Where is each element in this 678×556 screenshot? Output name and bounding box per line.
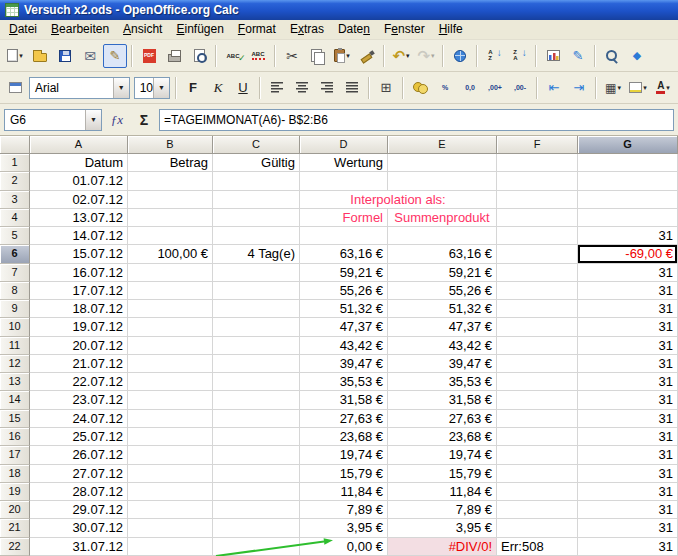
borders-dropdown-arrow[interactable]: ▾: [617, 84, 621, 92]
menu-item-fenster[interactable]: Fenster: [377, 20, 432, 39]
cell-D8[interactable]: 55,26 €: [300, 282, 388, 300]
font-color-dropdown-arrow[interactable]: ▾: [666, 84, 670, 92]
cell-G19[interactable]: 31: [578, 483, 678, 501]
column-header-C[interactable]: C: [213, 136, 300, 154]
cell-E15[interactable]: 27,63 €: [388, 410, 497, 428]
cell-C9[interactable]: [213, 300, 300, 318]
row-header-9[interactable]: 9: [0, 300, 30, 318]
cell-A5[interactable]: 14.07.12: [30, 227, 128, 245]
cell-D14[interactable]: 31,58 €: [300, 391, 388, 409]
save-button[interactable]: [53, 44, 77, 68]
font-name-dropdown-arrow[interactable]: ▼: [113, 78, 129, 98]
align-center-button[interactable]: [290, 76, 314, 100]
cell-C20[interactable]: [213, 501, 300, 519]
cell-E9[interactable]: 51,32 €: [388, 300, 497, 318]
cell-C13[interactable]: [213, 373, 300, 391]
cell-F21[interactable]: [497, 519, 578, 537]
cell-B14[interactable]: [128, 391, 213, 409]
auto-spellcheck-button[interactable]: ABC: [246, 44, 270, 68]
open-button[interactable]: [28, 44, 52, 68]
print-button[interactable]: [162, 44, 186, 68]
cell-E6[interactable]: 63,16 €: [388, 245, 497, 263]
cut-button[interactable]: ✂: [280, 44, 304, 68]
sum-button[interactable]: Σ: [132, 108, 156, 132]
cell-D2[interactable]: [300, 172, 388, 190]
menu-item-daten[interactable]: Daten: [331, 20, 377, 39]
cell-E10[interactable]: 47,37 €: [388, 318, 497, 336]
cell-F4[interactable]: [497, 209, 578, 227]
cell-E2[interactable]: [388, 172, 497, 190]
insert-chart-button[interactable]: [541, 44, 565, 68]
find-replace-button[interactable]: [600, 44, 624, 68]
cell-D15[interactable]: 27,63 €: [300, 410, 388, 428]
cell-B17[interactable]: [128, 446, 213, 464]
cell-B21[interactable]: [128, 519, 213, 537]
cell-F8[interactable]: [497, 282, 578, 300]
row-header-17[interactable]: 17: [0, 446, 30, 464]
background-color-dropdown-arrow[interactable]: ▾: [643, 84, 647, 92]
cell-G14[interactable]: 31: [578, 391, 678, 409]
cell-E18[interactable]: 15,79 €: [388, 465, 497, 483]
align-justified-button[interactable]: [340, 76, 364, 100]
column-header-A[interactable]: A: [30, 136, 128, 154]
row-header-19[interactable]: 19: [0, 483, 30, 501]
spellcheck-button[interactable]: ABC: [221, 44, 245, 68]
underline-button[interactable]: U: [231, 76, 255, 100]
export-pdf-button[interactable]: PDF: [137, 44, 161, 68]
cell-D18[interactable]: 15,79 €: [300, 465, 388, 483]
undo-dropdown-arrow[interactable]: ▾: [406, 52, 410, 60]
cell-E19[interactable]: 11,84 €: [388, 483, 497, 501]
cell-D12[interactable]: 39,47 €: [300, 355, 388, 373]
cell-F6[interactable]: [497, 245, 578, 263]
cell-F14[interactable]: [497, 391, 578, 409]
merge-cells-button[interactable]: ⊞: [374, 76, 398, 100]
cell-A4[interactable]: 13.07.12: [30, 209, 128, 227]
cell-C5[interactable]: [213, 227, 300, 245]
show-draw-functions-button[interactable]: ✎: [566, 44, 590, 68]
cell-G8[interactable]: 31: [578, 282, 678, 300]
cell-D11[interactable]: 43,42 €: [300, 337, 388, 355]
row-header-21[interactable]: 21: [0, 519, 30, 537]
cell-G11[interactable]: 31: [578, 337, 678, 355]
cell-D3[interactable]: Interpolation als:: [300, 191, 497, 209]
format-paintbrush-button[interactable]: [355, 44, 379, 68]
cell-B4[interactable]: [128, 209, 213, 227]
row-header-20[interactable]: 20: [0, 501, 30, 519]
borders-button[interactable]: ▦▾: [601, 76, 625, 100]
cell-E11[interactable]: 43,42 €: [388, 337, 497, 355]
cell-G20[interactable]: 31: [578, 501, 678, 519]
background-color-button[interactable]: ▾: [626, 76, 650, 100]
cell-B11[interactable]: [128, 337, 213, 355]
cell-reference-dropdown-arrow[interactable]: ▼: [85, 110, 101, 130]
cell-G15[interactable]: 31: [578, 410, 678, 428]
navigator-button[interactable]: ◆: [625, 44, 649, 68]
cell-F15[interactable]: [497, 410, 578, 428]
cell-C10[interactable]: [213, 318, 300, 336]
row-header-11[interactable]: 11: [0, 337, 30, 355]
font-size-dropdown-arrow[interactable]: ▼: [153, 78, 169, 98]
cell-F22[interactable]: Err:508: [497, 538, 578, 556]
cell-D7[interactable]: 59,21 €: [300, 264, 388, 282]
bold-button[interactable]: F: [181, 76, 205, 100]
cell-G9[interactable]: 31: [578, 300, 678, 318]
font-color-button[interactable]: A▾: [651, 76, 675, 100]
cell-B1[interactable]: Betrag: [128, 154, 213, 172]
cell-C19[interactable]: [213, 483, 300, 501]
cell-A6[interactable]: 15.07.12: [30, 245, 128, 263]
row-header-15[interactable]: 15: [0, 410, 30, 428]
cell-F1[interactable]: [497, 154, 578, 172]
row-header-2[interactable]: 2: [0, 172, 30, 190]
row-header-18[interactable]: 18: [0, 465, 30, 483]
cell-A16[interactable]: 25.07.12: [30, 428, 128, 446]
row-header-7[interactable]: 7: [0, 264, 30, 282]
cell-D1[interactable]: Wertung: [300, 154, 388, 172]
row-header-13[interactable]: 13: [0, 373, 30, 391]
cell-G17[interactable]: 31: [578, 446, 678, 464]
cell-D5[interactable]: [300, 227, 388, 245]
cell-C2[interactable]: [213, 172, 300, 190]
cell-E12[interactable]: 39,47 €: [388, 355, 497, 373]
cell-D22[interactable]: 0,00 €: [300, 538, 388, 556]
cell-C17[interactable]: [213, 446, 300, 464]
column-header-G[interactable]: G: [578, 136, 678, 154]
function-wizard-button[interactable]: ƒx: [105, 108, 129, 132]
